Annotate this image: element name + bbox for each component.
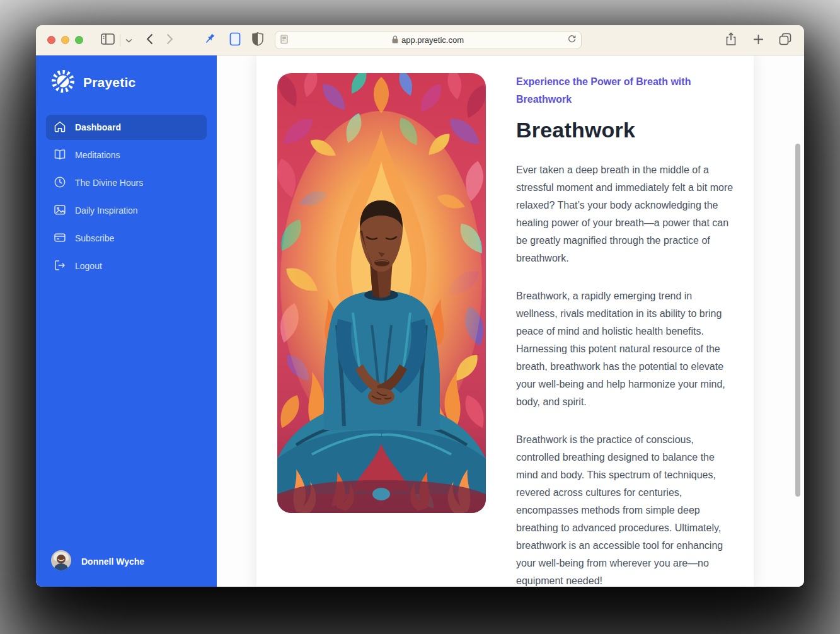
forward-button[interactable]: [165, 32, 175, 48]
tab-overview-button[interactable]: [778, 32, 793, 49]
brand: Prayetic: [46, 69, 207, 96]
sidebar-toggle-icon: [101, 33, 115, 47]
pin-tab-button[interactable]: [202, 31, 219, 49]
sidebar-item-divine-hours[interactable]: The Divine Hours: [46, 170, 207, 195]
close-window-button[interactable]: [47, 36, 55, 44]
sidebar-item-label: Subscribe: [75, 233, 114, 243]
sidebar-item-label: Dashboard: [75, 122, 121, 132]
sun-slash-logo-icon: [51, 69, 75, 96]
minimize-window-button[interactable]: [61, 36, 69, 44]
app-body: Prayetic Dashboard: [36, 55, 804, 587]
article-paragraph-3: Breathwork is the practice of conscious,…: [516, 431, 734, 587]
sidebar-item-daily-inspiration[interactable]: Daily Inspiration: [46, 198, 207, 223]
brand-name: Prayetic: [83, 75, 135, 90]
sidebar-nav: Dashboard Meditations: [46, 115, 207, 279]
logout-icon: [54, 259, 66, 274]
zoom-window-button[interactable]: [75, 36, 83, 44]
photo-icon: [54, 204, 66, 218]
sidebar-item-label: Meditations: [75, 150, 120, 160]
page-scrollbar[interactable]: [795, 144, 800, 497]
new-tab-icon: [753, 34, 764, 47]
sidebar-item-label: Daily Inspiration: [75, 205, 138, 216]
clock-icon: [54, 176, 66, 190]
open-book-icon: [54, 148, 66, 163]
article-paragraph-1: Ever taken a deep breath in the middle o…: [516, 161, 734, 267]
sidebar-item-label: The Divine Hours: [75, 178, 143, 188]
privacy-shield-icon: [252, 32, 263, 48]
home-icon: [54, 120, 66, 135]
article-paragraph-2: Breathwork, a rapidly emerging trend in …: [516, 287, 734, 411]
url-text: app.prayetic.com: [401, 35, 464, 45]
privacy-report-button[interactable]: [251, 31, 265, 49]
user-name: Donnell Wyche: [81, 556, 144, 567]
tab-group-menu-button[interactable]: [124, 34, 134, 46]
sidebar-item-dashboard[interactable]: Dashboard: [46, 115, 207, 140]
reader-view-button[interactable]: [228, 31, 242, 49]
page-reader-icon[interactable]: [280, 35, 288, 46]
share-icon: [725, 32, 737, 48]
browser-toolbar: app.prayetic.com: [36, 25, 804, 55]
toolbar-divider: [120, 34, 120, 47]
reload-icon[interactable]: [568, 35, 576, 45]
address-bar[interactable]: app.prayetic.com: [275, 31, 582, 49]
forward-icon: [166, 33, 173, 47]
lock-icon: [392, 35, 398, 45]
share-button[interactable]: [724, 31, 738, 49]
article-eyebrow: Experience the Power of Breath with Brea…: [516, 73, 734, 108]
credit-card-icon: [54, 231, 66, 246]
article: Experience the Power of Breath with Brea…: [516, 73, 734, 587]
sidebar-toggle-button[interactable]: [100, 32, 116, 48]
pin-icon: [204, 32, 217, 48]
traffic-lights: [47, 36, 83, 44]
sidebar-item-meditations[interactable]: Meditations: [46, 142, 207, 168]
desktop-background: app.prayetic.com: [0, 0, 840, 634]
back-button[interactable]: [145, 32, 154, 48]
reader-document-icon: [229, 32, 241, 48]
avatar: [51, 550, 71, 573]
tab-overview-icon: [779, 33, 791, 47]
back-icon: [146, 33, 153, 47]
sidebar-item-subscribe[interactable]: Subscribe: [46, 226, 207, 251]
user-profile[interactable]: Donnell Wyche: [46, 550, 207, 573]
chevron-down-icon: [125, 35, 132, 45]
safari-window: app.prayetic.com: [36, 25, 804, 587]
breathwork-illustration: [277, 73, 486, 513]
sidebar-item-logout[interactable]: Logout: [46, 253, 207, 279]
page-title: Breathwork: [516, 117, 734, 142]
sidebar-item-label: Logout: [75, 261, 102, 271]
main-content: Experience the Power of Breath with Brea…: [217, 55, 804, 587]
content-card: Experience the Power of Breath with Brea…: [256, 55, 754, 587]
new-tab-button[interactable]: [752, 33, 765, 48]
sidebar: Prayetic Dashboard: [36, 55, 217, 587]
